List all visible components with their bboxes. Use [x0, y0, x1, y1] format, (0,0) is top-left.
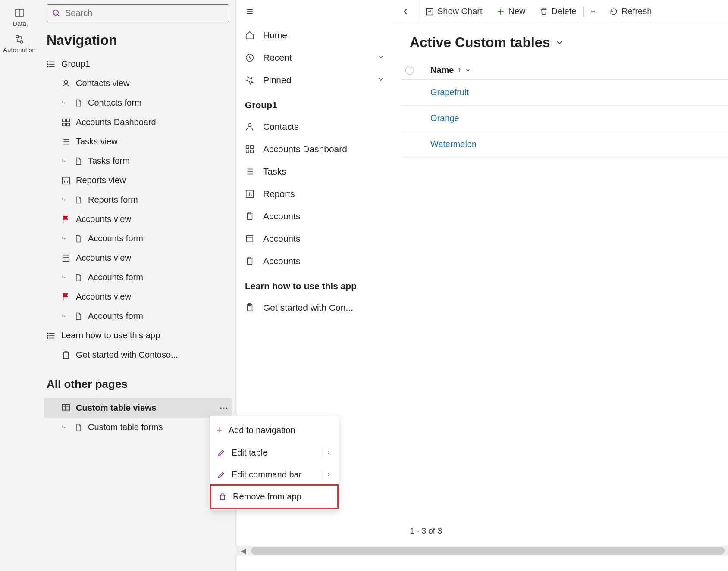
document-icon: [74, 99, 83, 107]
grid-row[interactable]: Grapefruit: [401, 80, 728, 106]
tree-accounts-form-1[interactable]: Accounts form: [44, 229, 232, 248]
refresh-button[interactable]: Refresh: [602, 0, 659, 23]
show-chart-label: Show Chart: [437, 6, 483, 16]
sitemap-accounts-3[interactable]: Accounts: [237, 250, 392, 272]
tree-item-label: Contacts form: [88, 98, 141, 108]
navigation-title: Navigation: [44, 22, 232, 54]
list-icon: [47, 59, 56, 69]
sitemap-reports[interactable]: Reports: [237, 183, 392, 205]
tree-reports-view[interactable]: Reports view: [44, 171, 232, 190]
sitemap-pinned[interactable]: Pinned: [237, 69, 392, 91]
sitemap-recent[interactable]: Recent: [237, 47, 392, 69]
ctx-edit-table[interactable]: Edit table: [210, 442, 339, 464]
search-input[interactable]: [65, 8, 223, 18]
tree-item-label: Reports view: [76, 175, 126, 185]
chevron-down-icon[interactable]: [377, 53, 385, 63]
tree-accounts-dashboard[interactable]: Accounts Dashboard: [44, 112, 232, 132]
more-icon[interactable]: ⋯: [220, 403, 229, 413]
rail-data[interactable]: Data: [0, 4, 39, 31]
sitemap-tasks[interactable]: Tasks: [237, 160, 392, 183]
tree-contacts-form[interactable]: Contacts form: [44, 93, 232, 112]
clipboard-icon: [245, 256, 254, 266]
show-chart-button[interactable]: Show Chart: [418, 0, 490, 23]
tree-tasks-view[interactable]: Tasks view: [44, 132, 232, 151]
clipboard-icon: [245, 212, 254, 221]
chevron-down-icon[interactable]: [377, 75, 385, 85]
delete-button[interactable]: Delete: [533, 0, 584, 23]
list-icon: [245, 167, 254, 176]
clipboard-icon: [61, 350, 71, 360]
ctx-edit-command-bar[interactable]: Edit command bar: [210, 464, 339, 486]
delete-split-button[interactable]: [584, 0, 602, 23]
sitemap-group1: Group1: [237, 91, 392, 115]
svg-rect-46: [251, 150, 253, 153]
tree-learn-group[interactable]: Learn how to use this app: [44, 326, 232, 345]
person-icon: [61, 79, 71, 88]
trash-icon: [540, 7, 548, 16]
grid-row[interactable]: Orange: [401, 106, 728, 131]
tree-accounts-form-3[interactable]: Accounts form: [44, 306, 232, 326]
command-bar: Show Chart New Delete Refresh: [392, 0, 728, 23]
column-name-header[interactable]: Name: [430, 65, 471, 75]
view-title-text: Active Custom tables: [410, 34, 550, 50]
document-icon: [74, 312, 83, 321]
sitemap-item-label: Tasks: [263, 166, 286, 177]
delete-label: Delete: [552, 6, 577, 16]
flag-icon: [61, 292, 71, 302]
tree-accounts-view-3[interactable]: Accounts view: [44, 287, 232, 306]
tree-custom-table-views[interactable]: Custom table views ⋯: [44, 398, 232, 418]
tree-item-label: Custom table views: [76, 403, 157, 413]
rail-automation[interactable]: Automation: [0, 31, 39, 57]
sitemap-accounts-dashboard[interactable]: Accounts Dashboard: [237, 138, 392, 160]
sitemap-accounts-1[interactable]: Accounts: [237, 205, 392, 228]
hamburger-button[interactable]: [237, 3, 392, 24]
tree-item-label: Contacts view: [76, 78, 130, 88]
row-link[interactable]: Orange: [430, 113, 459, 123]
view-title[interactable]: Active Custom tables: [392, 23, 728, 61]
sitemap-home[interactable]: Home: [237, 24, 392, 47]
subitem-icon: [61, 312, 69, 320]
row-link[interactable]: Watermelon: [430, 139, 477, 149]
sitemap-item-label: Accounts: [263, 256, 300, 266]
tree-reports-form[interactable]: Reports form: [44, 190, 232, 209]
ctx-remove-from-app[interactable]: Remove from app: [210, 484, 339, 509]
row-link[interactable]: Grapefruit: [430, 87, 469, 97]
chevron-right-icon[interactable]: [321, 470, 332, 480]
svg-point-12: [47, 66, 48, 67]
sitemap-item-label: Accounts: [263, 211, 300, 222]
search-icon: [52, 9, 61, 18]
tree-item-label: Accounts form: [88, 272, 143, 282]
list-icon: [47, 331, 56, 340]
tree-contacts-view[interactable]: Contacts view: [44, 74, 232, 93]
tree-group1[interactable]: Group1: [44, 54, 232, 74]
tree-accounts-view-2[interactable]: Accounts view: [44, 248, 232, 268]
svg-point-3: [16, 35, 19, 38]
grid-row[interactable]: Watermelon: [401, 131, 728, 157]
tree-item-label: Accounts view: [76, 253, 131, 263]
ctx-item-label: Remove from app: [233, 492, 301, 502]
new-button[interactable]: New: [490, 0, 533, 23]
scroll-left-button[interactable]: ◀: [237, 547, 249, 555]
all-other-pages-title: All other pages: [44, 365, 232, 398]
ctx-add-to-navigation[interactable]: + Add to navigation: [210, 418, 339, 442]
chevron-right-icon[interactable]: [321, 448, 332, 458]
horizontal-scrollbar[interactable]: ◀: [237, 546, 728, 556]
sitemap-contacts[interactable]: Contacts: [237, 115, 392, 138]
tree-accounts-form-2[interactable]: Accounts form: [44, 268, 232, 287]
sitemap-learn-group: Learn how to use this app: [237, 272, 392, 296]
search-box[interactable]: [47, 4, 229, 22]
scrollbar-thumb[interactable]: [251, 547, 725, 555]
sitemap-get-started[interactable]: Get started with Con...: [237, 296, 392, 319]
tree-accounts-view-1[interactable]: Accounts view: [44, 209, 232, 229]
tree-custom-table-forms[interactable]: Custom table forms: [44, 418, 232, 437]
select-all-checkbox[interactable]: [405, 66, 414, 75]
document-icon: [74, 423, 83, 432]
tree-group1-label: Group1: [61, 59, 90, 69]
chevron-down-icon: [555, 38, 564, 47]
tree-tasks-form[interactable]: Tasks form: [44, 151, 232, 171]
sitemap-accounts-2[interactable]: Accounts: [237, 228, 392, 250]
tree-get-started[interactable]: Get started with Contoso...: [44, 345, 232, 365]
app-left-rail: Data Automation: [0, 0, 39, 571]
pencil-icon: [217, 471, 226, 479]
back-button[interactable]: [392, 0, 418, 23]
